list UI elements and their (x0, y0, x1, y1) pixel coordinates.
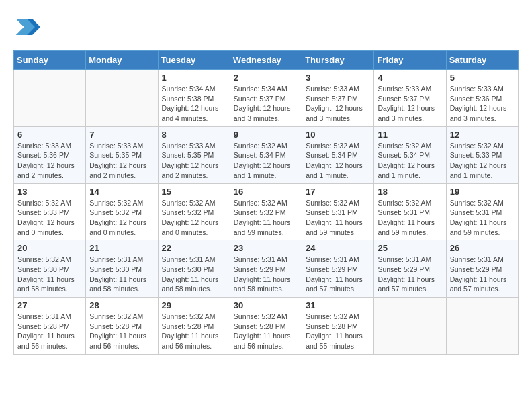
calendar-cell: 17Sunrise: 5:32 AM Sunset: 5:31 PM Dayli… (302, 183, 374, 240)
day-number: 7 (89, 130, 154, 140)
day-number: 25 (378, 243, 442, 253)
day-info: Sunrise: 5:33 AM Sunset: 5:35 PM Dayligh… (162, 141, 226, 181)
day-info: Sunrise: 5:32 AM Sunset: 5:28 PM Dayligh… (234, 312, 298, 351)
calendar-week-1: 1Sunrise: 5:34 AM Sunset: 5:38 PM Daylig… (14, 70, 519, 127)
day-header-saturday: Saturday (446, 51, 518, 70)
day-number: 6 (17, 130, 82, 140)
day-number: 12 (450, 130, 515, 140)
day-info: Sunrise: 5:33 AM Sunset: 5:37 PM Dayligh… (306, 84, 370, 124)
day-info: Sunrise: 5:31 AM Sunset: 5:30 PM Dayligh… (89, 255, 154, 294)
day-info: Sunrise: 5:31 AM Sunset: 5:29 PM Dayligh… (378, 255, 442, 294)
day-number: 26 (450, 243, 515, 253)
calendar-cell: 5Sunrise: 5:33 AM Sunset: 5:36 PM Daylig… (446, 70, 518, 127)
calendar-cell: 28Sunrise: 5:32 AM Sunset: 5:28 PM Dayli… (86, 298, 158, 355)
day-header-wednesday: Wednesday (230, 51, 302, 70)
day-number: 31 (306, 300, 370, 310)
day-number: 21 (89, 243, 154, 253)
calendar-cell (446, 298, 518, 355)
day-number: 27 (17, 300, 82, 310)
day-number: 14 (89, 187, 154, 197)
day-number: 20 (17, 243, 82, 253)
calendar-cell: 9Sunrise: 5:32 AM Sunset: 5:34 PM Daylig… (230, 126, 302, 183)
calendar-cell: 22Sunrise: 5:31 AM Sunset: 5:30 PM Dayli… (158, 240, 230, 298)
day-info: Sunrise: 5:31 AM Sunset: 5:29 PM Dayligh… (306, 255, 370, 294)
calendar-cell (86, 70, 158, 127)
calendar-cell: 25Sunrise: 5:31 AM Sunset: 5:29 PM Dayli… (374, 240, 446, 298)
day-info: Sunrise: 5:32 AM Sunset: 5:28 PM Dayligh… (162, 312, 226, 351)
day-info: Sunrise: 5:32 AM Sunset: 5:34 PM Dayligh… (306, 141, 370, 181)
day-number: 17 (306, 187, 370, 197)
day-header-sunday: Sunday (14, 51, 86, 70)
logo-icon (13, 13, 40, 40)
calendar-cell: 12Sunrise: 5:32 AM Sunset: 5:33 PM Dayli… (446, 126, 518, 183)
calendar-cell: 23Sunrise: 5:31 AM Sunset: 5:29 PM Dayli… (230, 240, 302, 298)
calendar-table: SundayMondayTuesdayWednesdayThursdayFrid… (13, 50, 519, 355)
calendar-cell: 19Sunrise: 5:32 AM Sunset: 5:31 PM Dayli… (446, 183, 518, 240)
day-number: 18 (378, 187, 442, 197)
day-info: Sunrise: 5:32 AM Sunset: 5:32 PM Dayligh… (234, 198, 298, 238)
day-number: 23 (234, 243, 298, 253)
calendar-cell: 15Sunrise: 5:32 AM Sunset: 5:32 PM Dayli… (158, 183, 230, 240)
day-number: 13 (17, 187, 82, 197)
day-header-monday: Monday (86, 51, 158, 70)
day-info: Sunrise: 5:33 AM Sunset: 5:36 PM Dayligh… (450, 84, 515, 124)
calendar-header-row: SundayMondayTuesdayWednesdayThursdayFrid… (14, 51, 519, 70)
day-info: Sunrise: 5:32 AM Sunset: 5:31 PM Dayligh… (378, 198, 442, 238)
day-number: 2 (234, 73, 298, 83)
day-number: 29 (162, 300, 226, 310)
calendar-cell (14, 70, 86, 127)
calendar-cell: 11Sunrise: 5:32 AM Sunset: 5:34 PM Dayli… (374, 126, 446, 183)
day-number: 4 (378, 73, 442, 83)
day-info: Sunrise: 5:32 AM Sunset: 5:34 PM Dayligh… (378, 141, 442, 181)
day-info: Sunrise: 5:31 AM Sunset: 5:29 PM Dayligh… (234, 255, 298, 294)
day-number: 11 (378, 130, 442, 140)
day-info: Sunrise: 5:33 AM Sunset: 5:35 PM Dayligh… (89, 141, 154, 181)
day-number: 28 (89, 300, 154, 310)
day-info: Sunrise: 5:32 AM Sunset: 5:31 PM Dayligh… (450, 198, 515, 238)
calendar-cell: 2Sunrise: 5:34 AM Sunset: 5:37 PM Daylig… (230, 70, 302, 127)
day-number: 19 (450, 187, 515, 197)
calendar-cell: 20Sunrise: 5:32 AM Sunset: 5:30 PM Dayli… (14, 240, 86, 298)
day-info: Sunrise: 5:31 AM Sunset: 5:28 PM Dayligh… (17, 312, 82, 351)
day-number: 8 (162, 130, 226, 140)
day-info: Sunrise: 5:32 AM Sunset: 5:28 PM Dayligh… (89, 312, 154, 351)
calendar-cell: 26Sunrise: 5:31 AM Sunset: 5:29 PM Dayli… (446, 240, 518, 298)
calendar-cell: 31Sunrise: 5:32 AM Sunset: 5:28 PM Dayli… (302, 298, 374, 355)
calendar-week-4: 20Sunrise: 5:32 AM Sunset: 5:30 PM Dayli… (14, 240, 519, 298)
calendar-cell: 14Sunrise: 5:32 AM Sunset: 5:32 PM Dayli… (86, 183, 158, 240)
day-header-thursday: Thursday (302, 51, 374, 70)
day-info: Sunrise: 5:32 AM Sunset: 5:34 PM Dayligh… (234, 141, 298, 181)
day-info: Sunrise: 5:31 AM Sunset: 5:30 PM Dayligh… (162, 255, 226, 294)
calendar-week-5: 27Sunrise: 5:31 AM Sunset: 5:28 PM Dayli… (14, 298, 519, 355)
calendar-week-2: 6Sunrise: 5:33 AM Sunset: 5:36 PM Daylig… (14, 126, 519, 183)
calendar-cell (374, 298, 446, 355)
calendar-week-3: 13Sunrise: 5:32 AM Sunset: 5:33 PM Dayli… (14, 183, 519, 240)
calendar-cell: 13Sunrise: 5:32 AM Sunset: 5:33 PM Dayli… (14, 183, 86, 240)
calendar-cell: 7Sunrise: 5:33 AM Sunset: 5:35 PM Daylig… (86, 126, 158, 183)
day-header-tuesday: Tuesday (158, 51, 230, 70)
logo (13, 13, 42, 40)
day-number: 9 (234, 130, 298, 140)
day-info: Sunrise: 5:34 AM Sunset: 5:38 PM Dayligh… (162, 84, 226, 124)
day-info: Sunrise: 5:32 AM Sunset: 5:32 PM Dayligh… (89, 198, 154, 238)
calendar-cell: 10Sunrise: 5:32 AM Sunset: 5:34 PM Dayli… (302, 126, 374, 183)
day-info: Sunrise: 5:34 AM Sunset: 5:37 PM Dayligh… (234, 84, 298, 124)
calendar-cell: 6Sunrise: 5:33 AM Sunset: 5:36 PM Daylig… (14, 126, 86, 183)
calendar-cell: 8Sunrise: 5:33 AM Sunset: 5:35 PM Daylig… (158, 126, 230, 183)
calendar-cell: 29Sunrise: 5:32 AM Sunset: 5:28 PM Dayli… (158, 298, 230, 355)
calendar-cell: 3Sunrise: 5:33 AM Sunset: 5:37 PM Daylig… (302, 70, 374, 127)
day-info: Sunrise: 5:32 AM Sunset: 5:30 PM Dayligh… (17, 255, 82, 294)
day-number: 22 (162, 243, 226, 253)
day-number: 10 (306, 130, 370, 140)
day-header-friday: Friday (374, 51, 446, 70)
page-header (13, 13, 519, 40)
calendar-cell: 21Sunrise: 5:31 AM Sunset: 5:30 PM Dayli… (86, 240, 158, 298)
day-info: Sunrise: 5:32 AM Sunset: 5:28 PM Dayligh… (306, 312, 370, 351)
day-info: Sunrise: 5:33 AM Sunset: 5:37 PM Dayligh… (378, 84, 442, 124)
calendar-cell: 30Sunrise: 5:32 AM Sunset: 5:28 PM Dayli… (230, 298, 302, 355)
day-number: 30 (234, 300, 298, 310)
day-number: 1 (162, 73, 226, 83)
day-info: Sunrise: 5:32 AM Sunset: 5:32 PM Dayligh… (162, 198, 226, 238)
calendar-cell: 18Sunrise: 5:32 AM Sunset: 5:31 PM Dayli… (374, 183, 446, 240)
day-number: 16 (234, 187, 298, 197)
